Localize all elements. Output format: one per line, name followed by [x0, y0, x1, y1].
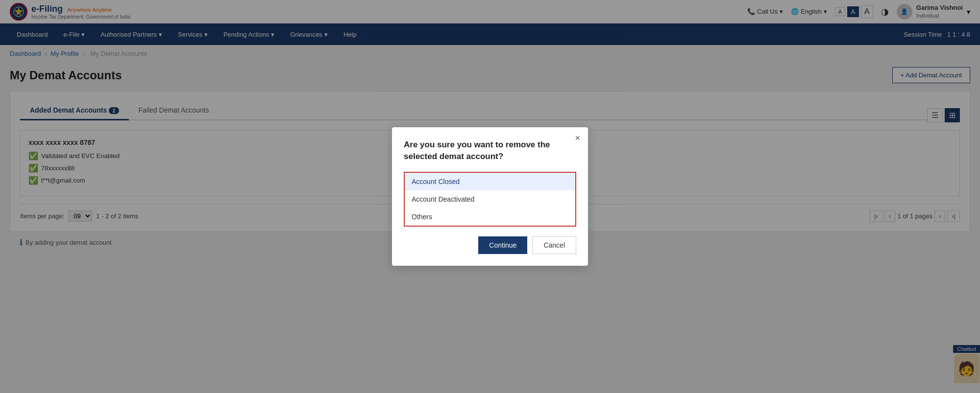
modal-actions: Continue Cancel: [404, 236, 576, 254]
cancel-button[interactable]: Cancel: [532, 236, 576, 254]
remove-demat-modal: × Are you sure you want to remove the se…: [392, 127, 588, 263]
modal-title: Are you sure you want to remove the sele…: [404, 139, 576, 162]
option-account-deactivated[interactable]: Account Deactivated: [405, 190, 575, 208]
continue-button[interactable]: Continue: [478, 236, 527, 254]
modal-overlay: × Are you sure you want to remove the se…: [0, 0, 980, 263]
option-others[interactable]: Others: [405, 208, 575, 226]
option-account-closed[interactable]: Account Closed: [405, 173, 575, 190]
modal-close-button[interactable]: ×: [575, 133, 580, 143]
reason-dropdown[interactable]: Account Closed Account Deactivated Other…: [404, 172, 576, 227]
